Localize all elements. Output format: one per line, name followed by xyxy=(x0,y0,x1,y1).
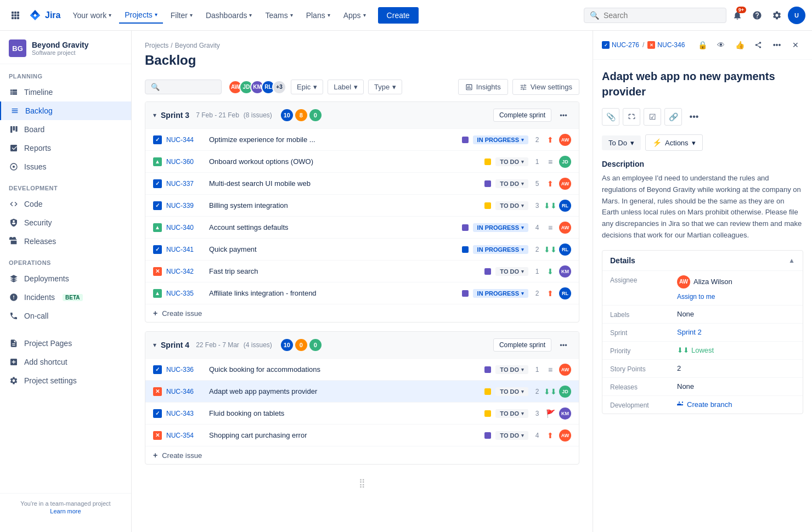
sidebar-item-code[interactable]: Code xyxy=(0,195,131,213)
sidebar-item-project-settings[interactable]: Project settings xyxy=(0,371,131,390)
link-button[interactable]: 🔗 xyxy=(664,108,682,126)
sidebar-item-issues[interactable]: Issues xyxy=(0,157,131,176)
sidebar-item-security[interactable]: Security xyxy=(0,213,131,232)
filter-search-input[interactable] xyxy=(163,83,216,91)
issue-status-badge[interactable]: TO DO ▾ xyxy=(495,409,528,418)
detail-breadcrumb-parent[interactable]: ✓ NUC-276 xyxy=(602,41,639,49)
issue-key[interactable]: NUC-342 xyxy=(166,268,205,275)
sidebar-item-backlog[interactable]: Backlog xyxy=(0,101,131,120)
sprint-4-complete-button[interactable]: Complete sprint xyxy=(493,338,551,352)
like-icon[interactable]: 👍 xyxy=(732,37,747,53)
issue-status-badge[interactable]: TO DO ▾ xyxy=(495,157,528,166)
table-row[interactable]: ✕ NUC-346 Adapt web app payments provide… xyxy=(145,380,579,402)
nav-projects[interactable]: Projects ▾ xyxy=(119,7,163,24)
epic-filter[interactable]: Epic ▾ xyxy=(291,80,323,94)
more-actions-icon[interactable]: ••• xyxy=(769,37,785,53)
close-panel-icon[interactable]: ✕ xyxy=(788,37,803,53)
more-detail-tools-button[interactable]: ••• xyxy=(685,108,703,126)
nav-your-work[interactable]: Your work ▾ xyxy=(67,8,117,23)
user-avatar[interactable]: U xyxy=(788,7,805,24)
issue-key[interactable]: NUC-360 xyxy=(166,158,205,166)
issue-status-badge[interactable]: IN PROGRESS ▾ xyxy=(473,135,528,144)
search-box[interactable]: 🔍 xyxy=(584,8,726,23)
attach-button[interactable]: 📎 xyxy=(602,108,619,126)
table-row[interactable]: ✓ NUC-341 Quick payment IN PROGRESS ▾ 2 … xyxy=(145,238,579,260)
insights-button[interactable]: Insights xyxy=(458,79,508,95)
sidebar-item-board[interactable]: Board xyxy=(0,120,131,139)
issue-key[interactable]: NUC-341 xyxy=(166,246,205,253)
learn-more-link[interactable]: Learn more xyxy=(9,508,122,514)
sprint-4-create-issue[interactable]: + Create issue xyxy=(145,446,579,464)
notifications-button[interactable]: 9+ xyxy=(729,7,746,24)
jira-logo[interactable]: Jira xyxy=(29,9,60,22)
issue-key[interactable]: NUC-339 xyxy=(166,202,205,210)
sidebar-item-deployments[interactable]: Deployments xyxy=(0,269,131,288)
detail-breadcrumb-current[interactable]: ✕ NUC-346 xyxy=(647,41,685,49)
table-row[interactable]: ▲ NUC-335 Affiliate links integration - … xyxy=(145,282,579,304)
issue-status-badge[interactable]: IN PROGRESS ▾ xyxy=(473,289,528,298)
child-issues-button[interactable] xyxy=(623,108,640,126)
details-section-header[interactable]: Details ▲ xyxy=(602,251,803,270)
table-row[interactable]: ✓ NUC-344 Optimize experience for mobile… xyxy=(145,128,579,150)
issue-key[interactable]: NUC-343 xyxy=(166,410,205,417)
sprint-4-menu-button[interactable]: ••• xyxy=(556,337,571,353)
sidebar-item-reports[interactable]: Reports xyxy=(0,139,131,157)
lock-icon[interactable]: 🔒 xyxy=(695,37,710,53)
sidebar-item-project-pages[interactable]: Project Pages xyxy=(0,334,131,353)
actions-button[interactable]: ⚡ Actions ▾ xyxy=(645,134,703,151)
sidebar-item-add-shortcut[interactable]: Add shortcut xyxy=(0,353,131,371)
create-branch-link[interactable]: Create branch xyxy=(677,400,795,409)
issue-key[interactable]: NUC-335 xyxy=(166,290,205,297)
issue-key[interactable]: NUC-336 xyxy=(166,366,205,373)
nav-apps[interactable]: Apps ▾ xyxy=(338,8,371,23)
issue-status-badge[interactable]: TO DO ▾ xyxy=(495,179,528,188)
filter-search-box[interactable]: 🔍 xyxy=(145,80,222,94)
issue-status-badge[interactable]: TO DO ▾ xyxy=(495,387,528,396)
sidebar-item-releases[interactable]: Releases xyxy=(0,232,131,251)
avatar-count-badge[interactable]: +3 xyxy=(272,80,286,94)
sidebar-project[interactable]: BG Beyond Gravity Software project xyxy=(0,31,131,64)
apps-grid-icon[interactable] xyxy=(7,7,24,24)
help-button[interactable] xyxy=(748,7,766,24)
settings-button[interactable] xyxy=(768,7,786,24)
issue-status-badge[interactable]: TO DO ▾ xyxy=(495,365,528,374)
table-row[interactable]: ✓ NUC-343 Fluid booking on tablets TO DO… xyxy=(145,402,579,424)
type-filter[interactable]: Type ▾ xyxy=(368,80,402,94)
breadcrumb-beyond-gravity[interactable]: Beyond Gravity xyxy=(175,42,220,49)
issue-status-badge[interactable]: IN PROGRESS ▾ xyxy=(473,223,528,232)
sidebar-item-incidents[interactable]: Incidents BETA xyxy=(0,288,131,307)
issue-key[interactable]: NUC-346 xyxy=(166,388,205,395)
issue-status-badge[interactable]: TO DO ▾ xyxy=(495,267,528,276)
nav-teams[interactable]: Teams ▾ xyxy=(260,8,298,23)
label-filter[interactable]: Label ▾ xyxy=(328,80,364,94)
table-row[interactable]: ✕ NUC-342 Fast trip search TO DO ▾ 1 ⬇ K… xyxy=(145,260,579,282)
sprint-3-complete-button[interactable]: Complete sprint xyxy=(493,109,551,122)
sprint-3-create-issue[interactable]: + Create issue xyxy=(145,304,579,322)
issue-key[interactable]: NUC-344 xyxy=(166,136,205,144)
table-row[interactable]: ✓ NUC-336 Quick booking for accommodatio… xyxy=(145,358,579,380)
watch-icon[interactable]: 👁 xyxy=(713,37,729,53)
table-row[interactable]: ✓ NUC-337 Multi-dest search UI mobile we… xyxy=(145,172,579,194)
checklist-button[interactable]: ☑ xyxy=(644,108,661,126)
nav-filter[interactable]: Filter ▾ xyxy=(165,8,198,23)
search-input[interactable] xyxy=(604,11,720,20)
issue-status-badge[interactable]: TO DO ▾ xyxy=(495,431,528,440)
sprint-link[interactable]: Sprint 2 xyxy=(677,328,702,336)
table-row[interactable]: ▲ NUC-340 Account settings defaults IN P… xyxy=(145,216,579,238)
table-row[interactable]: ✕ NUC-354 Shopping cart purchasing error… xyxy=(145,424,579,446)
sidebar-item-timeline[interactable]: Timeline xyxy=(0,83,131,101)
sprint-3-menu-button[interactable]: ••• xyxy=(556,107,571,123)
issue-key[interactable]: NUC-340 xyxy=(166,224,205,231)
breadcrumb-projects[interactable]: Projects xyxy=(145,42,168,49)
create-button[interactable]: Create xyxy=(378,7,419,24)
share-icon[interactable] xyxy=(751,37,766,53)
sprint-3-header[interactable]: ▾ Sprint 3 7 Feb - 21 Feb (8 issues) 10 … xyxy=(145,102,579,128)
nav-plans[interactable]: Plans ▾ xyxy=(301,8,336,23)
assign-to-me-link[interactable]: Assign to me xyxy=(677,293,715,301)
issue-key[interactable]: NUC-354 xyxy=(166,432,205,439)
issue-status-badge[interactable]: TO DO ▾ xyxy=(495,201,528,210)
sprint-4-header[interactable]: ▾ Sprint 4 22 Feb - 7 Mar (4 issues) 10 … xyxy=(145,332,579,358)
status-dropdown[interactable]: To Do ▾ xyxy=(602,135,641,150)
sidebar-item-oncall[interactable]: On-call xyxy=(0,307,131,325)
table-row[interactable]: ▲ NUC-360 Onboard workout options (OWO) … xyxy=(145,150,579,172)
